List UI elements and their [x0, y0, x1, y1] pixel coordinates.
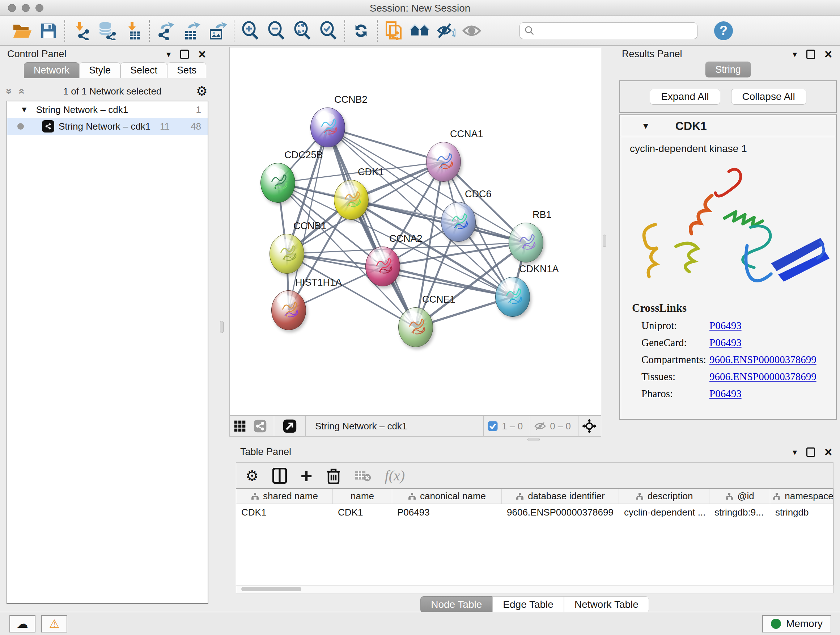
selected-checkbox-icon[interactable] [487, 421, 498, 432]
crosslink-compartments-link[interactable]: 9606.ENSP00000378699 [709, 354, 816, 366]
table-panel-close-icon[interactable]: × [824, 448, 832, 457]
table-horizontal-scrollbar[interactable] [236, 585, 834, 593]
table-row[interactable]: CDK1CDK1P064939606.ENSP00000378699cyclin… [236, 504, 833, 520]
network-node-hist1h1a[interactable] [271, 290, 306, 330]
bottom-splitter-handle[interactable] [527, 438, 540, 441]
crosslink-uniprot-link[interactable]: P06493 [709, 320, 742, 332]
network-canvas[interactable]: CCNB2 CCNA1 CDC25B CDK1 CDC6 RB1 CCNB1 [229, 47, 601, 416]
control-panel-maximize-icon[interactable] [180, 50, 189, 59]
tab-network-table[interactable]: Network Table [564, 596, 649, 613]
cloud-status-button[interactable]: ☁ [9, 615, 35, 632]
column-header-database-identifier[interactable]: database identifier [502, 489, 619, 504]
add-column-icon[interactable]: + [301, 469, 313, 483]
warnings-button[interactable]: ⚠ [41, 615, 67, 632]
network-node-cdc6[interactable] [441, 202, 476, 242]
network-options-gear-icon[interactable]: ⚙ [196, 84, 208, 99]
network-node-cdc25b[interactable] [261, 163, 295, 203]
node-section-header[interactable]: ▼ CDK1 [621, 116, 835, 136]
hidden-eye-icon[interactable] [534, 421, 546, 431]
column-header-shared-name[interactable]: shared name [236, 489, 333, 504]
control-panel-float-icon[interactable]: ▾ [166, 49, 171, 59]
table-panel-maximize-icon[interactable] [806, 448, 815, 457]
node-label-hist1h1a: HIST1H1A [295, 277, 342, 288]
expand-all-networks-icon[interactable]: » [14, 88, 27, 95]
collection-label: String Network – cdk1 [36, 104, 128, 116]
protein-structure-thumbnail [399, 308, 433, 348]
crosslink-label: Tissues: [641, 371, 709, 383]
tab-network[interactable]: Network [24, 62, 79, 78]
export-table-icon[interactable] [179, 19, 205, 42]
crosslink-pharos-link[interactable]: P06493 [709, 388, 742, 400]
open-session-icon[interactable] [9, 19, 35, 42]
toggle-visibility-icon[interactable] [433, 19, 459, 42]
column-header-description[interactable]: description [619, 489, 709, 504]
network-node-ccna1[interactable] [426, 142, 461, 182]
control-panel-title: Control Panel [7, 49, 66, 60]
crosslink-tissues-link[interactable]: 9606.ENSP00000378699 [709, 371, 816, 383]
tab-node-table[interactable]: Node Table [420, 596, 493, 613]
zoom-out-icon[interactable] [264, 19, 289, 42]
home-icon[interactable] [407, 19, 433, 42]
right-splitter-handle[interactable] [603, 234, 606, 247]
refresh-view-icon[interactable] [348, 19, 374, 42]
protein-structure-thumbnail [334, 180, 369, 220]
column-header-canonical-name[interactable]: canonical name [392, 489, 502, 504]
network-row[interactable]: String Network – cdk1 11 48 [7, 118, 208, 135]
crosslink-genecard-link[interactable]: P06493 [709, 337, 742, 348]
column-header-name[interactable]: name [333, 489, 392, 504]
tab-string[interactable]: String [705, 62, 751, 78]
show-columns-icon[interactable] [272, 468, 287, 484]
network-share-icon[interactable] [250, 415, 270, 437]
results-panel-maximize-icon[interactable] [806, 50, 815, 59]
save-session-icon[interactable] [35, 19, 62, 42]
network-node-rb1[interactable] [508, 223, 543, 263]
table-panel: Table Panel ▾ × ⚙ + f(x) shared namename… [229, 443, 840, 612]
control-panel-close-icon[interactable]: × [198, 50, 206, 59]
import-network-file-icon[interactable] [68, 19, 94, 42]
delete-column-icon[interactable] [326, 467, 341, 484]
clone-network-icon[interactable] [381, 19, 407, 42]
show-graphics-details-icon[interactable] [459, 19, 485, 42]
import-table-file-icon[interactable] [120, 19, 146, 42]
table-settings-gear-icon[interactable]: ⚙ [246, 467, 259, 484]
zoom-selected-icon[interactable] [316, 19, 341, 42]
tab-sets[interactable]: Sets [167, 62, 206, 78]
protein-structure-image [621, 157, 836, 295]
tab-edge-table[interactable]: Edge Table [493, 596, 564, 613]
network-collection-row[interactable]: ▼ String Network – cdk1 1 [7, 101, 208, 118]
expand-all-button[interactable]: Expand All [650, 89, 720, 105]
left-splitter-handle[interactable] [220, 321, 224, 333]
network-node-ccnb1[interactable] [270, 234, 304, 274]
results-panel-close-icon[interactable]: × [824, 50, 832, 59]
column-header-namespace[interactable]: namespace [770, 489, 836, 504]
scrollbar-thumb[interactable] [241, 587, 302, 591]
network-node-cdk1[interactable] [334, 180, 369, 220]
zoom-in-icon[interactable] [237, 19, 264, 42]
memory-button[interactable]: Memory [762, 615, 831, 632]
delete-table-icon[interactable] [355, 469, 371, 482]
column-header--id[interactable]: @id [709, 489, 770, 504]
collection-expand-icon[interactable]: ▼ [20, 105, 28, 114]
table-panel-float-icon[interactable]: ▾ [793, 447, 797, 457]
birds-eye-grid-icon[interactable] [230, 415, 250, 437]
function-builder-icon[interactable]: f(x) [385, 467, 405, 484]
collapse-all-button[interactable]: Collapse All [731, 89, 806, 105]
pan-crosshair-icon[interactable] [582, 419, 597, 433]
help-button[interactable]: ? [714, 21, 733, 40]
zoom-fit-icon[interactable] [289, 19, 316, 42]
collapse-all-networks-icon[interactable]: » [3, 88, 16, 95]
tab-select[interactable]: Select [120, 62, 167, 78]
network-node-ccna2[interactable] [365, 247, 400, 287]
protein-structure-thumbnail [270, 234, 305, 274]
search-input[interactable] [519, 22, 698, 39]
network-node-ccnb2[interactable] [310, 108, 345, 147]
tab-style[interactable]: Style [79, 62, 120, 78]
section-collapse-icon[interactable]: ▼ [641, 121, 650, 131]
results-panel-float-icon[interactable]: ▾ [793, 49, 797, 59]
export-network-icon[interactable] [153, 19, 179, 42]
network-node-ccne1[interactable] [398, 307, 433, 347]
export-image-icon[interactable] [205, 19, 231, 42]
import-network-database-icon[interactable] [94, 19, 120, 42]
network-node-cdkn1a[interactable] [495, 277, 530, 317]
open-in-window-icon[interactable] [278, 415, 302, 437]
